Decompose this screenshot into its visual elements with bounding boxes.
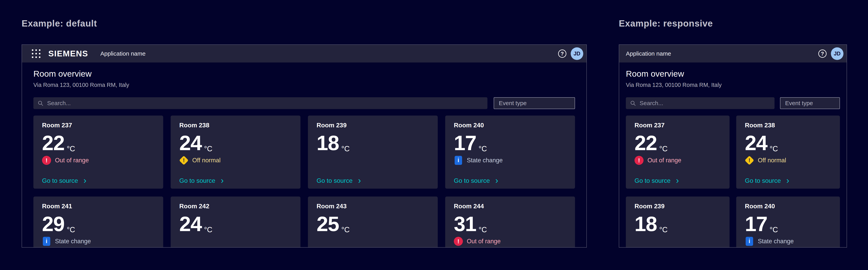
temperature-unit: °C: [67, 226, 75, 234]
status-label: Out of range: [467, 238, 501, 245]
temperature-value: 25: [316, 215, 339, 233]
room-name: Room 243: [316, 202, 347, 210]
temperature-unit: °C: [770, 226, 778, 234]
temperature: 17 °C: [454, 134, 487, 151]
temperature-unit: °C: [659, 145, 668, 153]
temperature: 31 °C: [454, 215, 487, 233]
temperature: 22 °C: [634, 134, 668, 151]
info-icon: i: [746, 237, 753, 246]
temperature-value: 24: [179, 215, 202, 233]
go-to-source-link[interactable]: Go to source ›: [316, 177, 361, 184]
status-label: Out of range: [55, 157, 89, 164]
chevron-right-icon: ›: [221, 177, 224, 183]
room-name: Room 244: [454, 202, 484, 210]
temperature: 24 °C: [179, 215, 213, 233]
application-name: Application name: [626, 50, 671, 57]
room-name: Room 241: [42, 202, 72, 210]
room-name: Room 239: [316, 121, 347, 129]
info-icon: i: [43, 237, 50, 246]
avatar[interactable]: JD: [571, 47, 583, 60]
go-to-source-label: Go to source: [454, 177, 490, 184]
app-menu-icon[interactable]: [32, 49, 40, 58]
temperature-value: 24: [745, 134, 767, 151]
warning-icon: !: [745, 156, 754, 165]
go-to-source-link[interactable]: Go to source ›: [745, 177, 789, 184]
go-to-source-link[interactable]: Go to source ›: [454, 177, 498, 184]
go-to-source-link[interactable]: Go to source ›: [634, 177, 679, 184]
search-box[interactable]: [33, 97, 488, 109]
temperature-unit: °C: [770, 145, 778, 153]
room-card: Room 243 25 °C Go to source ›: [308, 197, 438, 248]
go-to-source-link[interactable]: Go to source ›: [42, 177, 86, 184]
room-card: Room 240 17 °C i State change Go to sour…: [736, 197, 840, 248]
room-name: Room 238: [179, 121, 209, 129]
alarm-icon: !: [42, 156, 51, 165]
status-row: ! Off normal: [179, 156, 220, 165]
warning-icon: !: [179, 156, 188, 165]
room-card: Room 238 24 °C ! Off normal Go to source…: [170, 116, 301, 189]
go-to-source-label: Go to source: [316, 177, 352, 184]
temperature-value: 17: [745, 215, 767, 233]
example-responsive-title: Example: responsive: [619, 18, 713, 29]
app-window-responsive: Application name ? JD Room overview Via …: [619, 44, 847, 248]
chevron-right-icon: ›: [495, 177, 498, 183]
status-label: State change: [55, 238, 91, 245]
temperature-value: 18: [316, 134, 339, 151]
temperature: 24 °C: [745, 134, 778, 151]
room-name: Room 237: [42, 121, 72, 129]
temperature: 22 °C: [42, 134, 75, 151]
page-subtitle: Via Roma 123, 00100 Roma RM, Italy: [33, 82, 575, 88]
status-row: i State change: [42, 237, 91, 246]
room-card: Room 242 24 °C Go to source ›: [170, 197, 301, 248]
chevron-right-icon: ›: [84, 177, 86, 183]
room-card: Room 241 29 °C i State change Go to sour…: [33, 197, 163, 248]
temperature-value: 31: [454, 215, 476, 233]
temperature-value: 29: [42, 215, 64, 233]
temperature: 25 °C: [316, 215, 350, 233]
room-card-grid: Room 237 22 °C ! Out of range Go to sour…: [33, 116, 575, 248]
room-name: Room 237: [634, 121, 664, 129]
stage: Example: default SIEMENS Application nam…: [0, 0, 868, 270]
page-subtitle: Via Roma 123, 00100 Roma RM, Italy: [626, 82, 840, 88]
filter-row: Event type: [626, 97, 840, 109]
content-area: Room overview Via Roma 123, 00100 Roma R…: [619, 62, 846, 248]
help-icon[interactable]: ?: [818, 50, 827, 58]
temperature-unit: °C: [204, 145, 213, 153]
application-name: Application name: [100, 50, 146, 57]
temperature-unit: °C: [341, 226, 350, 234]
room-name: Room 242: [179, 202, 209, 210]
chevron-right-icon: ›: [786, 177, 789, 183]
event-type-select[interactable]: Event type: [494, 97, 575, 109]
temperature-value: 22: [42, 134, 64, 151]
temperature: 29 °C: [42, 215, 75, 233]
room-card: Room 244 31 °C ! Out of range Go to sour…: [445, 197, 575, 248]
temperature-value: 17: [454, 134, 476, 151]
app-bar: Application name ? JD: [619, 45, 846, 62]
temperature-value: 24: [179, 134, 202, 151]
room-name: Room 240: [454, 121, 484, 129]
room-card: Room 239 18 °C Go to source ›: [626, 197, 730, 248]
temperature: 18 °C: [634, 215, 668, 233]
event-type-select[interactable]: Event type: [780, 97, 840, 109]
help-icon[interactable]: ?: [558, 50, 566, 58]
avatar[interactable]: JD: [831, 47, 843, 60]
room-name: Room 238: [745, 121, 775, 129]
go-to-source-label: Go to source: [42, 177, 78, 184]
temperature-unit: °C: [478, 145, 487, 153]
event-type-label: Event type: [785, 100, 813, 107]
temperature-unit: °C: [67, 145, 75, 153]
status-label: State change: [758, 238, 794, 245]
room-card-grid: Room 237 22 °C ! Out of range Go to sour…: [626, 116, 840, 248]
search-input[interactable]: [639, 100, 771, 107]
status-label: State change: [467, 157, 503, 164]
temperature-unit: °C: [204, 226, 213, 234]
room-name: Room 240: [745, 202, 775, 210]
app-bar: SIEMENS Application name ? JD: [22, 45, 586, 62]
status-row: ! Out of range: [42, 156, 89, 165]
search-box[interactable]: [626, 97, 775, 109]
room-card: Room 239 18 °C Go to source ›: [308, 116, 438, 189]
go-to-source-link[interactable]: Go to source ›: [179, 177, 224, 184]
temperature-value: 22: [634, 134, 657, 151]
search-input[interactable]: [47, 100, 484, 107]
room-card: Room 237 22 °C ! Out of range Go to sour…: [626, 116, 730, 189]
